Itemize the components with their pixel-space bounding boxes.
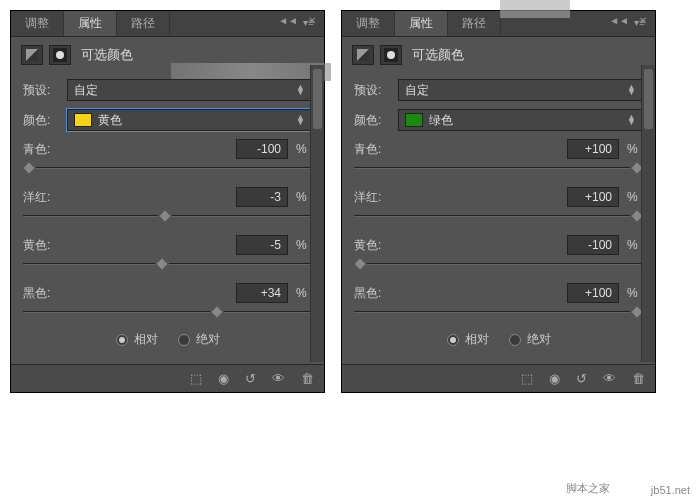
adjustment-title: 可选颜色 <box>81 46 133 64</box>
trash-icon[interactable]: 🗑 <box>632 371 645 386</box>
preset-select[interactable]: 自定 ▲▼ <box>398 79 643 101</box>
dropdown-arrows-icon: ▲▼ <box>627 85 636 95</box>
selective-color-panel-right: ◄◄ ✕ 调整 属性 路径 ▾≡ 可选颜色 预设: 自定 ▲▼ 颜色: <box>341 10 656 393</box>
radio-relative[interactable]: 相对 <box>116 331 158 348</box>
black-value[interactable] <box>236 283 288 303</box>
reset-icon[interactable]: ↺ <box>245 371 256 386</box>
adjustment-icon <box>352 45 374 65</box>
svg-point-7 <box>387 51 395 59</box>
magenta-slider[interactable] <box>23 209 312 223</box>
color-name: 黄色 <box>98 112 122 129</box>
tab-bar: 调整 属性 路径 ▾≡ <box>342 11 655 37</box>
radio-relative[interactable]: 相对 <box>447 331 489 348</box>
color-label: 颜色: <box>354 112 390 129</box>
tab-properties[interactable]: 属性 <box>395 11 448 36</box>
magenta-slider[interactable] <box>354 209 643 223</box>
watermark-name: 脚本之家 <box>566 481 610 496</box>
adjustment-title: 可选颜色 <box>412 46 464 64</box>
cyan-value[interactable] <box>567 139 619 159</box>
black-label: 黑色: <box>23 285 63 302</box>
dropdown-arrows-icon: ▲▼ <box>296 85 305 95</box>
cyan-slider[interactable] <box>23 161 312 175</box>
mask-icon[interactable] <box>380 45 402 65</box>
black-value[interactable] <box>567 283 619 303</box>
collapse-icon[interactable]: ◄◄ <box>278 15 298 26</box>
scrollbar[interactable] <box>310 65 324 362</box>
yellow-label: 黄色: <box>23 237 63 254</box>
yellow-slider[interactable] <box>23 257 312 271</box>
decorative-scribble <box>500 0 570 18</box>
preset-select[interactable]: 自定 ▲▼ <box>67 79 312 101</box>
magenta-value[interactable] <box>567 187 619 207</box>
yellow-label: 黄色: <box>354 237 394 254</box>
scrollbar[interactable] <box>641 65 655 362</box>
collapse-icon[interactable]: ◄◄ <box>609 15 629 26</box>
black-slider[interactable] <box>23 305 312 319</box>
clip-icon[interactable]: ⬚ <box>190 371 202 386</box>
tab-properties[interactable]: 属性 <box>64 11 117 36</box>
preset-value: 自定 <box>74 82 98 99</box>
black-label: 黑色: <box>354 285 394 302</box>
close-icon[interactable]: ✕ <box>308 15 316 26</box>
color-name: 绿色 <box>429 112 453 129</box>
magenta-label: 洋红: <box>23 189 63 206</box>
magenta-value[interactable] <box>236 187 288 207</box>
yellow-slider[interactable] <box>354 257 643 271</box>
preset-value: 自定 <box>405 82 429 99</box>
clip-icon[interactable]: ⬚ <box>521 371 533 386</box>
svg-point-3 <box>56 51 64 59</box>
dropdown-arrows-icon: ▲▼ <box>627 115 636 125</box>
view-previous-icon[interactable]: ◉ <box>218 371 229 386</box>
yellow-value[interactable] <box>236 235 288 255</box>
adjustment-icon <box>21 45 43 65</box>
mask-icon[interactable] <box>49 45 71 65</box>
panel-footer: ⬚ ◉ ↺ 👁 🗑 <box>342 364 655 392</box>
visibility-icon[interactable]: 👁 <box>603 371 616 386</box>
color-select[interactable]: 绿色 ▲▼ <box>398 109 643 131</box>
tab-adjust[interactable]: 调整 <box>342 11 395 36</box>
reset-icon[interactable]: ↺ <box>576 371 587 386</box>
tab-paths[interactable]: 路径 <box>448 11 501 36</box>
close-icon[interactable]: ✕ <box>639 15 647 26</box>
cyan-label: 青色: <box>354 141 394 158</box>
black-slider[interactable] <box>354 305 643 319</box>
trash-icon[interactable]: 🗑 <box>301 371 314 386</box>
preset-label: 预设: <box>354 82 390 99</box>
cyan-value[interactable] <box>236 139 288 159</box>
radio-absolute[interactable]: 绝对 <box>178 331 220 348</box>
color-swatch <box>74 113 92 127</box>
color-select[interactable]: 黄色 ▲▼ <box>67 109 312 131</box>
color-label: 颜色: <box>23 112 59 129</box>
tab-adjust[interactable]: 调整 <box>11 11 64 36</box>
dropdown-arrows-icon: ▲▼ <box>296 115 305 125</box>
color-swatch <box>405 113 423 127</box>
panel-footer: ⬚ ◉ ↺ 👁 🗑 <box>11 364 324 392</box>
cyan-slider[interactable] <box>354 161 643 175</box>
view-previous-icon[interactable]: ◉ <box>549 371 560 386</box>
magenta-label: 洋红: <box>354 189 394 206</box>
cyan-label: 青色: <box>23 141 63 158</box>
watermark-site: jb51.net <box>651 484 690 496</box>
visibility-icon[interactable]: 👁 <box>272 371 285 386</box>
radio-absolute[interactable]: 绝对 <box>509 331 551 348</box>
yellow-value[interactable] <box>567 235 619 255</box>
tab-bar: 调整 属性 路径 ▾≡ <box>11 11 324 37</box>
selective-color-panel-left: ◄◄ ✕ 调整 属性 路径 ▾≡ 可选颜色 预设: 自定 ▲▼ 颜色: <box>10 10 325 393</box>
preset-label: 预设: <box>23 82 59 99</box>
tab-paths[interactable]: 路径 <box>117 11 170 36</box>
